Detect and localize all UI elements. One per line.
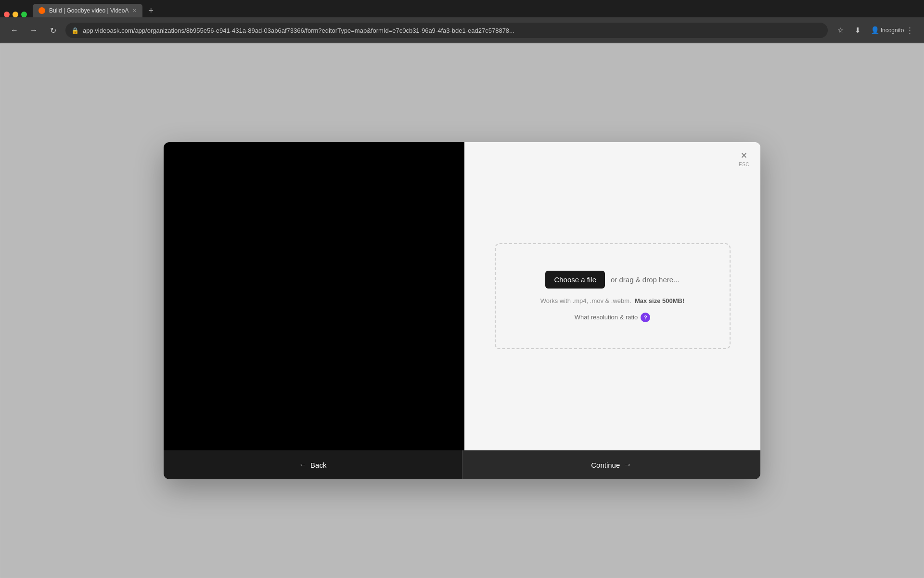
active-tab[interactable]: Build | Goodbye video | VideoA ×	[33, 4, 142, 17]
modal-close-button[interactable]: × ESC	[735, 150, 753, 167]
browser-tabs: Build | Goodbye video | VideoA × +	[0, 0, 924, 17]
window-close-btn[interactable]	[4, 12, 10, 17]
help-icon[interactable]: ?	[641, 313, 650, 322]
tab-close-icon[interactable]: ×	[132, 7, 136, 14]
new-tab-button[interactable]: +	[144, 4, 158, 17]
back-label: Back	[310, 461, 326, 469]
choose-file-button[interactable]: Choose a file	[545, 271, 605, 289]
upload-panel: Choose a file or drag & drop here... Wor…	[464, 142, 760, 450]
menu-icon[interactable]: ⋮	[903, 24, 916, 37]
video-preview-panel	[164, 142, 464, 450]
modal-footer: ← Back Continue →	[164, 450, 760, 479]
back-arrow-icon: ←	[299, 460, 307, 469]
back-button[interactable]: ← Back	[164, 450, 462, 479]
back-nav-button[interactable]: ←	[8, 24, 21, 37]
resolution-link[interactable]: What resolution & ratio ?	[575, 313, 651, 322]
browser-chrome: Build | Goodbye video | VideoA × + ← → ↻…	[0, 0, 924, 43]
drop-zone[interactable]: Choose a file or drag & drop here... Wor…	[495, 243, 731, 349]
upload-modal: × ESC Choose a file or drag & drop here.…	[164, 142, 760, 479]
incognito-label: Incognito	[886, 24, 899, 37]
window-minimize-btn[interactable]	[13, 12, 18, 17]
drag-drop-text: or drag & drop here...	[611, 276, 680, 284]
close-x-icon: ×	[741, 150, 747, 161]
download-icon[interactable]: ⬇	[851, 24, 864, 37]
tab-favicon-icon	[38, 7, 45, 14]
page-background: × ESC Choose a file or drag & drop here.…	[0, 43, 924, 578]
modal-overlay: × ESC Choose a file or drag & drop here.…	[0, 43, 924, 578]
drop-zone-top: Choose a file or drag & drop here...	[545, 271, 679, 289]
resolution-text: What resolution & ratio	[575, 314, 638, 321]
continue-label: Continue	[591, 461, 620, 469]
modal-body: Choose a file or drag & drop here... Wor…	[164, 142, 760, 450]
file-format-info: Works with .mp4, .mov & .webm. Max size …	[540, 296, 685, 305]
forward-nav-button[interactable]: →	[27, 24, 40, 37]
max-size-text: Max size 500MB!	[635, 297, 684, 304]
window-controls	[4, 12, 27, 17]
esc-label: ESC	[739, 162, 749, 167]
continue-arrow-icon: →	[624, 460, 631, 469]
toolbar-icons: ☆ ⬇ 👤 Incognito ⋮	[834, 24, 916, 37]
address-text: app.videoask.com/app/organizations/8b955…	[83, 27, 822, 34]
bookmark-icon[interactable]: ☆	[834, 24, 847, 37]
browser-toolbar: ← → ↻ 🔒 app.videoask.com/app/organizatio…	[0, 17, 924, 43]
tab-title: Build | Goodbye video | VideoA	[49, 7, 128, 14]
continue-button[interactable]: Continue →	[462, 450, 761, 479]
profile-icon[interactable]: 👤	[868, 24, 882, 37]
refresh-nav-button[interactable]: ↻	[46, 24, 60, 37]
file-format-text: Works with .mp4, .mov & .webm. Max size …	[540, 297, 685, 304]
address-bar[interactable]: 🔒 app.videoask.com/app/organizations/8b9…	[65, 23, 828, 38]
window-maximize-btn[interactable]	[21, 12, 27, 17]
